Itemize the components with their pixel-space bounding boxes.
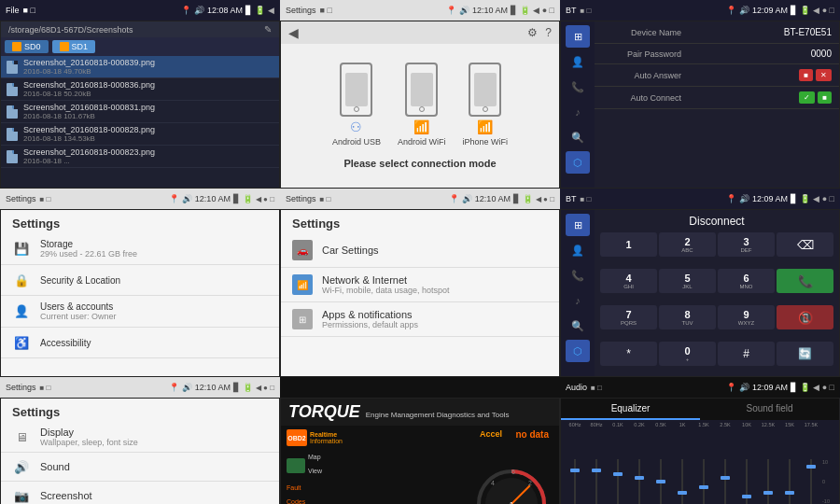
db-minus10-label: -10 <box>822 498 835 504</box>
bt-sidebar-icon-music[interactable]: ♪ <box>566 101 590 123</box>
dial-sidebar-music-icon[interactable]: ♪ <box>566 289 590 312</box>
dial-key-6[interactable]: 6MNO <box>718 269 775 293</box>
dial-sidebar-person-icon[interactable]: 👤 <box>566 239 590 261</box>
auto-answer-label: Auto Answer <box>602 71 681 80</box>
eq-channel-5[interactable] <box>672 459 693 504</box>
eq-channel-10[interactable] <box>779 459 800 504</box>
nav-buttons-2: ◀ ● □ <box>533 6 554 15</box>
tab-equalizer[interactable]: Equalizer <box>561 399 700 420</box>
pin-6: 📍 <box>726 194 736 203</box>
bt-sidebar-icon-grid[interactable]: ⊞ <box>566 25 590 48</box>
eq-thumb-3[interactable] <box>635 476 644 480</box>
bt-sidebar-icon-bluetooth[interactable]: ⬡ <box>566 151 590 174</box>
conn-option-wifi-iphone[interactable]: 📶 iPhone WiFi <box>463 63 509 147</box>
dial-key-3[interactable]: 3DEF <box>718 232 775 257</box>
eq-thumb-10[interactable] <box>785 491 794 495</box>
eq-thumb-4[interactable] <box>656 480 665 483</box>
file-info-1: Screenshot_20160818-000839.png 2016-08-1… <box>23 58 273 76</box>
bt-sidebar-icon-search[interactable]: 🔍 <box>566 126 590 148</box>
settings-gear-icon[interactable]: ⚙ <box>527 26 538 39</box>
dial-sidebar-phone-icon[interactable]: 📞 <box>566 264 590 287</box>
eq-channel-9[interactable] <box>758 459 778 504</box>
eq-channel-4[interactable] <box>651 459 671 504</box>
wifi-iphone-label: iPhone WiFi <box>463 137 509 147</box>
torque-map-row[interactable]: Map View <box>287 454 343 477</box>
list-item[interactable]: Screenshot_20160818-000823.png 2016-08-1… <box>1 146 279 168</box>
fm-edit-icon[interactable]: ✎ <box>264 24 272 35</box>
eq-thumb-1[interactable] <box>592 469 601 472</box>
dial-key-star[interactable]: * <box>600 342 657 366</box>
torque-obd-row[interactable]: OBD2 Realtime Information <box>287 429 343 446</box>
sd1-button[interactable]: SD1 <box>52 40 96 53</box>
eq-channel-2[interactable] <box>608 459 628 504</box>
accessibility-label: Accessibility <box>40 338 91 348</box>
back-btn-1[interactable]: ◀ <box>268 6 274 15</box>
list-item[interactable]: Screenshot_20160818-000839.png 2016-08-1… <box>1 56 279 78</box>
list-item[interactable]: Screenshot_20160818-000831.png 2016-08-1… <box>1 101 279 123</box>
help-icon[interactable]: ? <box>545 26 552 39</box>
dial-key-hash[interactable]: # <box>718 342 775 366</box>
sd0-button[interactable]: SD0 <box>5 40 49 53</box>
auto-answer-red-toggle[interactable]: ■ <box>799 69 813 81</box>
eq-channel-3[interactable] <box>629 459 650 504</box>
dial-sidebar-search-icon[interactable]: 🔍 <box>566 315 590 337</box>
dial-sidebar-grid-icon[interactable]: ⊞ <box>566 214 590 236</box>
eq-thumb-6[interactable] <box>699 485 708 489</box>
settings-display-item[interactable]: 🖥 Display Wallpaper, sleep, font size <box>1 422 279 453</box>
eq-channel-11[interactable] <box>801 459 821 504</box>
conn-option-usb[interactable]: ⚇ Android USB <box>332 63 381 147</box>
eq-thumb-11[interactable] <box>806 465 816 469</box>
eq-thumb-7[interactable] <box>721 476 730 480</box>
dial-key-call[interactable]: 📞 <box>777 269 833 293</box>
auto-answer-x-toggle[interactable]: ✕ <box>816 69 832 81</box>
dial-key-backspace[interactable]: ⌫ <box>777 232 833 257</box>
eq-channel-1[interactable] <box>586 459 607 504</box>
eq-thumb-2[interactable] <box>613 472 623 476</box>
eq-channel-8[interactable] <box>736 459 757 504</box>
eq-thumb-5[interactable] <box>678 491 687 495</box>
settings-sound-item[interactable]: 🔊 Sound <box>1 453 279 482</box>
settings-screenshot-item[interactable]: 📷 Screenshot <box>1 482 279 504</box>
dial-key-8[interactable]: 8TUV <box>659 305 716 329</box>
conn-option-wifi-android[interactable]: 📶 Android WiFi <box>398 63 446 147</box>
sb7-left: Settings ■ □ <box>6 383 50 392</box>
dial-key-1[interactable]: 1 <box>600 232 657 257</box>
win-btns-5: ■ □ <box>320 195 331 203</box>
dial-key-5[interactable]: 5JKL <box>659 269 716 293</box>
dial-key-2[interactable]: 2ABC <box>659 232 716 257</box>
settings-network-item[interactable]: 📶 Network & Internet Wi-Fi, mobile, data… <box>281 268 559 302</box>
settings-item-security[interactable]: 🔒 Security & Location <box>1 265 279 296</box>
dial-sidebar-bt-icon[interactable]: ⬡ <box>566 340 590 362</box>
settings-car-item[interactable]: 🚗 Car Settings <box>281 233 559 268</box>
bt-auto-answer-row: Auto Answer ■ ✕ <box>595 64 839 87</box>
eq-channel-7[interactable] <box>715 459 735 504</box>
bt-auto-connect-row: Auto Connect ✓ ■ <box>595 87 839 109</box>
settings-apps-item[interactable]: ⊞ Apps & notifications Permissions, defa… <box>281 302 559 337</box>
bt-sidebar-icon-person[interactable]: 👤 <box>566 50 590 73</box>
apps-label: Apps & notifications <box>322 309 418 320</box>
statusbar-settings-car: Settings ■ □ 📍 🔊 12:10 AM ▊ 🔋 ◀ ● □ <box>280 189 560 209</box>
bt-sidebar-icon-phone[interactable]: 📞 <box>566 76 590 98</box>
list-item[interactable]: Screenshot_20160818-000828.png 2016-08-1… <box>1 123 279 146</box>
vol-7: 🔊 <box>182 383 192 392</box>
tab-sound-field[interactable]: Sound field <box>700 399 839 420</box>
dial-key-9[interactable]: 9WXYZ <box>718 305 775 329</box>
settings-item-users[interactable]: 👤 Users & accounts Current user: Owner <box>1 296 279 328</box>
dial-key-endcall[interactable]: 📵 <box>777 305 833 329</box>
dial-key-refresh[interactable]: 🔄 <box>777 342 833 366</box>
dial-key-0[interactable]: 0+ <box>659 342 716 366</box>
torque-fault-row[interactable]: Fault Codes <box>287 484 343 504</box>
eq-thumb-0[interactable] <box>570 469 580 472</box>
eq-channel-0[interactable] <box>565 459 585 504</box>
eq-thumb-8[interactable] <box>742 495 751 498</box>
dial-key-4[interactable]: 4GHI <box>600 269 657 293</box>
settings-item-storage[interactable]: 💾 Storage 29% used - 22.61 GB free <box>1 233 279 265</box>
auto-connect-green-toggle[interactable]: ✓ <box>799 91 815 104</box>
list-item[interactable]: Screenshot_20160818-000836.png 2016-08-1… <box>1 78 279 101</box>
eq-channel-6[interactable] <box>693 459 714 504</box>
settings-item-accessibility[interactable]: ♿ Accessibility <box>1 328 279 358</box>
conn-back-icon[interactable]: ◀ <box>288 25 299 40</box>
auto-connect-green2-toggle[interactable]: ■ <box>818 91 832 104</box>
dial-key-7[interactable]: 7PQRS <box>600 305 657 329</box>
eq-thumb-9[interactable] <box>763 491 773 495</box>
